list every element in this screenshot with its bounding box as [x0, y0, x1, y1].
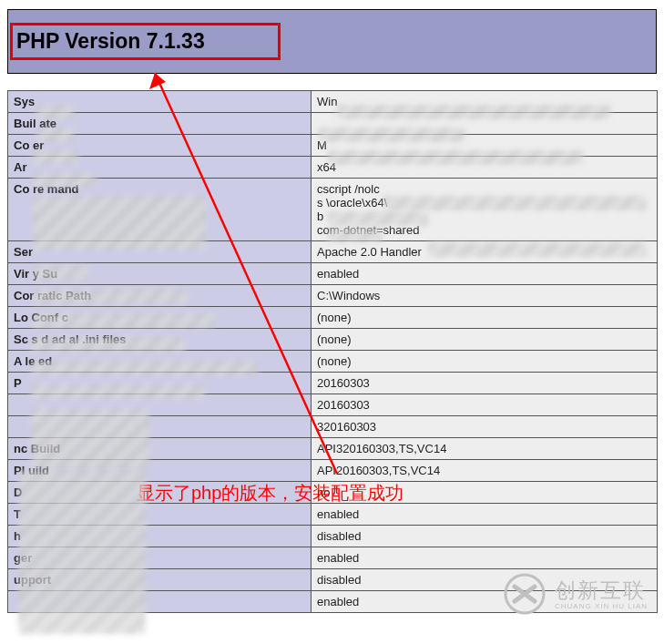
highlight-box: PHP Version 7.1.33	[10, 23, 281, 60]
smudge	[328, 150, 583, 165]
smudge	[328, 228, 383, 242]
watermark: 创新互联 CHUANG XIN HU LIAN	[504, 573, 648, 613]
smudge	[31, 408, 149, 468]
row-value: C:\Windows	[312, 285, 658, 307]
smudge	[319, 128, 465, 142]
row-value: 320160303	[312, 416, 658, 438]
smudge	[31, 361, 259, 375]
smudge	[33, 313, 215, 328]
watermark-py: CHUANG XIN HU LIAN	[555, 601, 648, 611]
smudge	[36, 105, 73, 119]
row-value: enabled	[312, 547, 658, 569]
smudge	[18, 470, 146, 613]
row-value: enabled	[312, 504, 658, 526]
row-value: enabled	[312, 263, 658, 285]
row-value: disabled	[312, 526, 658, 547]
row-value: API20160303,TS,VC14	[312, 460, 658, 482]
row-value: 20160303	[312, 373, 658, 394]
page-title: PHP Version 7.1.33	[16, 29, 205, 54]
smudge	[33, 266, 87, 281]
smudge	[31, 337, 186, 352]
row-value: API320160303,TS,VC14	[312, 438, 658, 460]
phpinfo-header: PHP Version 7.1.33	[7, 9, 657, 74]
watermark-logo-icon	[504, 573, 546, 613]
smudge	[33, 196, 206, 250]
table-row: Vir y Suenabled	[8, 263, 658, 285]
smudge	[33, 290, 188, 304]
smudge	[337, 105, 610, 119]
annotation-text: 显示了php的版本，安装配置成功	[137, 481, 404, 506]
smudge	[33, 173, 97, 188]
arrow-head	[149, 73, 166, 89]
row-value: (none)	[312, 329, 658, 351]
smudge	[31, 384, 204, 399]
smudge	[33, 150, 78, 165]
row-value: 20160303	[312, 394, 658, 416]
watermark-cn: 创新互联	[555, 580, 648, 601]
smudge	[428, 242, 647, 257]
smudge	[383, 196, 647, 210]
smudge	[328, 211, 428, 226]
row-value: (none)	[312, 351, 658, 373]
smudge	[36, 128, 73, 142]
row-value: (none)	[312, 307, 658, 329]
